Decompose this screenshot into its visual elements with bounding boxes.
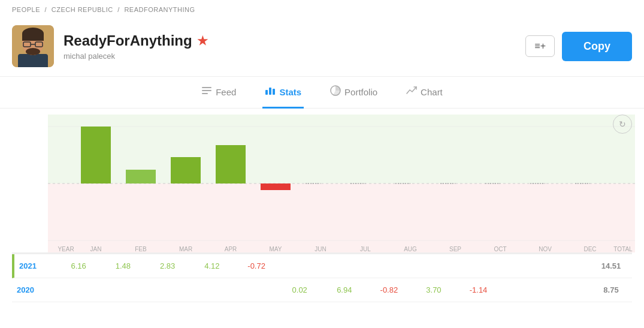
cell-2021-may: -0.72 [234, 254, 279, 278]
feed-icon [201, 85, 212, 98]
breadcrumb-current: READFORANYTHING [124, 6, 195, 13]
svg-text:FEB: FEB [135, 246, 147, 252]
bar-jan-2021 [81, 127, 111, 183]
cell-2021-mar: 2.83 [146, 254, 190, 278]
tab-stats[interactable]: Stats [262, 77, 304, 109]
chart-icon [406, 85, 417, 98]
cell-2020-jul: 6.94 [322, 278, 367, 302]
svg-text:JUN: JUN [315, 246, 326, 252]
cell-2020-apr [188, 283, 233, 297]
profile-name: ReadyForAnything ★ [64, 32, 525, 49]
svg-text:APR: APR [225, 246, 237, 252]
stats-row-2021: 2021 6.16 1.48 2.83 4.12 -0.72 14.51 [12, 254, 632, 278]
refresh-button[interactable]: ↻ [613, 115, 632, 134]
svg-rect-14 [273, 89, 275, 95]
tab-feed-label: Feed [216, 87, 236, 97]
svg-text:YEAR: YEAR [58, 246, 74, 252]
cell-2020-total: 8.75 [590, 278, 632, 302]
header-actions: ≡+ Copy [525, 32, 632, 61]
svg-text:OCT: OCT [494, 246, 506, 252]
cell-2021-dec [546, 259, 590, 273]
breadcrumb: PEOPLE / CZECH REPUBLIC / READFORANYTHIN… [0, 0, 644, 19]
chart-container: ↻ 6.16 0.00 -6.16 [0, 109, 644, 252]
svg-rect-9 [202, 87, 211, 88]
svg-text:TOTAL: TOTAL [613, 246, 633, 252]
tabs-nav: Feed Stats Portfolio Chart [0, 77, 644, 109]
svg-rect-11 [202, 93, 208, 94]
cell-2020-sep: 3.70 [412, 278, 456, 302]
bar-feb-2021 [126, 170, 156, 183]
svg-text:MAR: MAR [179, 246, 192, 252]
cell-2021-aug [368, 259, 412, 273]
svg-text:MAY: MAY [270, 246, 282, 252]
svg-text:SEP: SEP [449, 246, 461, 252]
tab-stats-label: Stats [279, 87, 301, 97]
tab-feed[interactable]: Feed [199, 77, 238, 109]
cell-2021-oct [456, 259, 501, 273]
breadcrumb-sep-1: / [45, 6, 49, 13]
svg-text:DEC: DEC [583, 246, 596, 252]
bar-mar-2021 [171, 157, 201, 183]
cell-2020-aug: -0.82 [367, 278, 412, 302]
cell-2021-nov [501, 259, 546, 273]
svg-rect-12 [265, 90, 268, 95]
year-2020[interactable]: 2020 [12, 278, 54, 302]
cell-2020-jun: 0.02 [277, 278, 322, 302]
bar-chart: 6.16 0.00 -6.16 YEAR JAN FEB MAR APR MA [48, 115, 635, 252]
portfolio-icon [330, 85, 341, 98]
cell-2021-jul [323, 259, 368, 273]
cell-2020-dec [545, 283, 590, 297]
tab-chart[interactable]: Chart [404, 77, 445, 109]
copy-button[interactable]: Copy [562, 32, 632, 61]
svg-rect-13 [269, 88, 271, 95]
profile-info: ReadyForAnything ★ michal palecek [64, 32, 525, 61]
bar-apr-2021 [216, 145, 246, 183]
svg-rect-4 [22, 34, 44, 41]
cell-2021-total: 14.51 [590, 254, 632, 278]
star-icon[interactable]: ★ [197, 34, 208, 48]
breadcrumb-czech[interactable]: CZECH REPUBLIC [52, 6, 113, 13]
stats-icon [265, 85, 276, 98]
profile-username: michal palecek [64, 52, 525, 61]
profile-name-text: ReadyForAnything [64, 32, 192, 49]
cell-2020-feb [99, 283, 144, 297]
cell-2021-jun [279, 259, 323, 273]
cell-2020-jan [54, 283, 99, 297]
stats-table: 2021 6.16 1.48 2.83 4.12 -0.72 14.51 202… [12, 252, 632, 302]
svg-rect-10 [202, 90, 211, 91]
tab-portfolio-label: Portfolio [344, 87, 377, 97]
svg-text:JAN: JAN [90, 246, 102, 252]
svg-text:AUG: AUG [404, 246, 417, 252]
cell-2021-sep [412, 259, 456, 273]
avatar [12, 25, 54, 67]
cell-2020-mar [143, 283, 188, 297]
svg-rect-1 [18, 54, 48, 67]
cell-2021-apr: 4.12 [190, 254, 234, 278]
cell-2020-oct: -1.14 [456, 278, 501, 302]
svg-point-8 [26, 48, 40, 55]
cell-2021-feb: 1.48 [101, 254, 145, 278]
year-2021[interactable]: 2021 [14, 254, 56, 278]
menu-button[interactable]: ≡+ [525, 35, 555, 57]
svg-rect-17 [48, 183, 635, 252]
bar-may-2021 [261, 183, 291, 190]
tab-portfolio[interactable]: Portfolio [328, 77, 380, 109]
svg-text:NOV: NOV [539, 246, 552, 252]
cell-2021-jan: 6.16 [56, 254, 101, 278]
tab-chart-label: Chart [421, 87, 443, 97]
profile-header: ReadyForAnything ★ michal palecek ≡+ Cop… [0, 19, 644, 77]
breadcrumb-sep-2: / [117, 6, 122, 13]
stats-row-2020: 2020 0.02 6.94 -0.82 3.70 -1.14 8.75 [12, 278, 632, 302]
cell-2020-nov [501, 283, 546, 297]
svg-text:JUL: JUL [360, 246, 371, 252]
breadcrumb-people[interactable]: PEOPLE [12, 6, 40, 13]
cell-2020-may [232, 283, 277, 297]
